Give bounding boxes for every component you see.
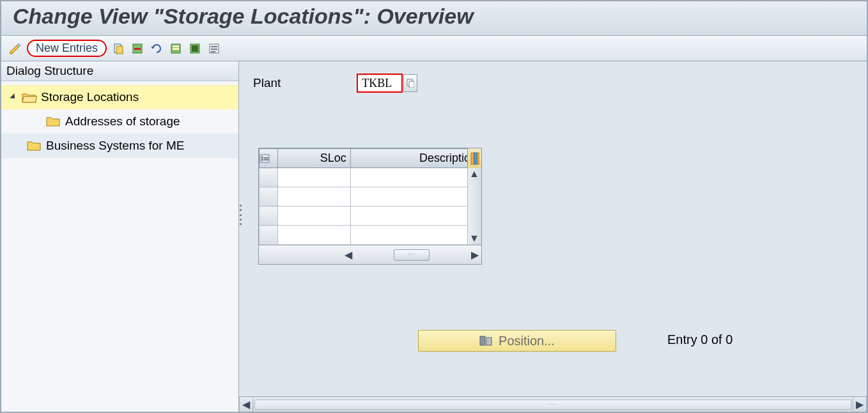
tree-label: Addresses of storage — [65, 114, 180, 129]
svg-rect-1 — [116, 46, 123, 54]
cell-description[interactable] — [350, 207, 481, 226]
row-selector-header[interactable] — [260, 149, 278, 168]
plant-input[interactable] — [357, 74, 402, 92]
cell-sloc[interactable] — [278, 207, 350, 226]
plant-label: Plant — [253, 76, 281, 90]
scrollbar-track[interactable]: ⋯ — [254, 400, 851, 410]
scroll-handle[interactable]: ⋯ — [394, 249, 430, 261]
svg-rect-22 — [480, 336, 485, 345]
body: Dialog Structure Storage Locations Addre… — [1, 61, 867, 412]
sap-window: Change View "Storage Locations": Overvie… — [0, 0, 868, 413]
svg-rect-12 — [211, 51, 215, 52]
svg-rect-6 — [173, 48, 179, 50]
svg-rect-23 — [486, 338, 492, 345]
folder-open-icon — [22, 92, 36, 102]
row-selector[interactable] — [260, 187, 278, 207]
scroll-down-icon[interactable]: ▼ — [468, 233, 481, 244]
sidebar: Dialog Structure Storage Locations Addre… — [1, 61, 239, 412]
row-selector[interactable] — [260, 207, 278, 226]
scroll-right-icon[interactable]: ▶ — [469, 249, 481, 261]
svg-rect-16 — [474, 153, 477, 164]
position-label: Position... — [499, 334, 555, 348]
table-row — [260, 187, 481, 207]
svg-rect-10 — [211, 46, 217, 47]
deselect-all-icon[interactable] — [206, 42, 222, 56]
scroll-left-icon[interactable]: ◀ — [239, 397, 253, 412]
cell-sloc[interactable] — [278, 168, 350, 187]
svg-rect-19 — [261, 156, 263, 161]
cell-description[interactable] — [350, 187, 481, 207]
scroll-up-icon[interactable]: ▲ — [468, 168, 481, 180]
table-row — [260, 207, 481, 226]
svg-rect-14 — [409, 81, 414, 88]
new-entries-button[interactable]: New Entries — [27, 40, 107, 57]
svg-rect-17 — [477, 153, 479, 164]
cell-sloc[interactable] — [278, 187, 350, 207]
cell-description[interactable] — [350, 226, 481, 245]
tree-node-business-systems[interactable]: Business Systems for ME — [1, 134, 238, 158]
sidebar-header: Dialog Structure — [1, 61, 238, 81]
svg-rect-20 — [263, 157, 268, 159]
copy-as-icon[interactable] — [111, 42, 126, 56]
svg-rect-5 — [173, 45, 179, 47]
content-area: Plant — [239, 61, 867, 412]
cell-description[interactable] — [350, 168, 481, 187]
svg-rect-3 — [134, 48, 141, 50]
delete-icon[interactable] — [130, 42, 145, 56]
position-icon — [479, 335, 492, 347]
svg-rect-15 — [471, 153, 474, 164]
table-row — [260, 168, 481, 187]
cell-sloc[interactable] — [278, 226, 350, 245]
tree-label: Storage Locations — [41, 90, 139, 104]
dialog-structure-tree: Storage Locations Addresses of storage B… — [1, 81, 238, 162]
table-settings-icon[interactable] — [467, 148, 481, 168]
row-selector[interactable] — [260, 168, 278, 187]
folder-icon — [46, 116, 60, 127]
row-selector[interactable] — [260, 226, 278, 245]
column-description[interactable]: Description — [350, 149, 481, 168]
svg-rect-8 — [192, 45, 198, 52]
scroll-left-icon[interactable]: ◀ — [342, 249, 355, 261]
titlebar: Change View "Storage Locations": Overvie… — [1, 1, 867, 36]
toolbar: New Entries — [1, 36, 867, 61]
select-all-icon[interactable] — [168, 42, 183, 56]
undo-icon[interactable] — [149, 42, 164, 56]
grid-horizontal-scrollbar[interactable]: ◀ ⋯ ▶ — [259, 245, 481, 264]
tree-node-storage-locations[interactable]: Storage Locations — [1, 85, 238, 109]
svg-rect-11 — [211, 49, 217, 50]
caret-icon[interactable] — [10, 93, 17, 100]
vertical-scrollbar[interactable]: ▲ ▼ — [467, 168, 481, 244]
scroll-right-icon[interactable]: ▶ — [853, 397, 867, 412]
folder-icon — [27, 141, 41, 151]
tree-node-addresses[interactable]: Addresses of storage — [1, 109, 238, 134]
f4-help-button[interactable] — [403, 74, 417, 92]
select-block-icon[interactable] — [187, 42, 203, 56]
entry-count-text: Entry 0 of 0 — [667, 332, 732, 347]
storage-locations-grid: SLoc Description ▲ ▼ — [258, 148, 482, 265]
splitter-handle[interactable] — [238, 202, 242, 228]
content-horizontal-scrollbar[interactable]: ◀ ⋯ ▶ — [239, 396, 867, 412]
position-button[interactable]: Position... — [418, 330, 616, 352]
page-title: Change View "Storage Locations": Overvie… — [13, 4, 855, 29]
plant-field-row: Plant — [253, 74, 417, 92]
toggle-change-icon[interactable] — [8, 42, 23, 56]
column-sloc[interactable]: SLoc — [278, 149, 350, 168]
table-row — [260, 226, 481, 245]
svg-rect-21 — [263, 159, 268, 160]
tree-label: Business Systems for ME — [46, 139, 184, 153]
